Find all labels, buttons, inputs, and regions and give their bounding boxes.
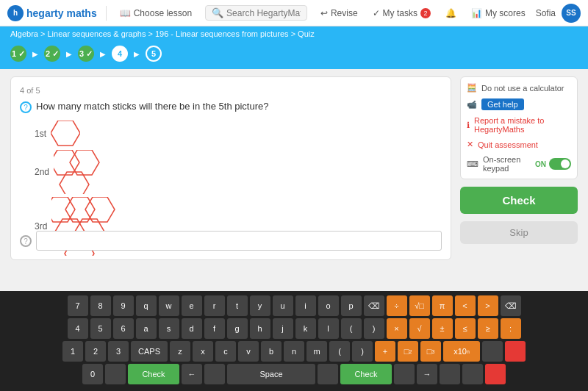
key-i[interactable]: i [295,295,316,316]
key-sqrt-box[interactable]: √□ [409,295,430,316]
key-s[interactable]: s [159,318,179,339]
search-box[interactable]: 🔍 [205,5,307,21]
key-l[interactable]: l [318,318,339,339]
key-plusminus[interactable]: ± [432,318,453,339]
key-close-paren-3[interactable]: ) [352,341,373,362]
key-3[interactable]: 3 [108,341,129,362]
breadcrumb-linear-sequences[interactable]: Linear sequences & graphs [47,29,146,38]
get-help-item[interactable]: 📹 Get help [467,98,571,110]
breadcrumb-algebra[interactable]: Algebra [10,29,38,38]
key-space[interactable]: Space [227,364,315,384]
key-9[interactable]: 9 [113,295,134,316]
key-divide[interactable]: ÷ [387,295,407,316]
answer-input[interactable] [36,231,442,251]
key-q[interactable]: q [136,295,157,316]
step-2[interactable]: 2 ✓ [44,46,60,62]
toggle-container[interactable]: ON [535,158,571,170]
my-tasks-label: My tasks [383,8,417,18]
step-5[interactable]: 5 [146,46,162,62]
step-1[interactable]: 1 ✓ [10,46,26,62]
key-square[interactable]: □2 [398,341,418,362]
key-1[interactable]: 1 [62,341,83,362]
key-c[interactable]: c [215,341,236,362]
key-check-left[interactable]: Check [128,364,179,384]
key-x[interactable]: x [193,341,213,362]
key-z[interactable]: z [170,341,190,362]
key-v[interactable]: v [238,341,259,362]
key-m[interactable]: m [306,341,327,362]
key-cube[interactable]: □3 [420,341,441,362]
key-left-arrow[interactable]: ← [182,364,202,384]
check-button[interactable]: Check [460,187,578,214]
key-5[interactable]: 5 [90,318,111,339]
key-b[interactable]: b [261,341,282,362]
key-r[interactable]: r [204,295,225,316]
key-6[interactable]: 6 [113,318,134,339]
report-item[interactable]: ℹ Report a mistake to HegartyMaths [467,116,571,134]
notification-button[interactable]: 🔔 [441,7,461,20]
key-f[interactable]: f [204,318,225,339]
step-4[interactable]: 4 [112,46,128,62]
key-a[interactable]: a [136,318,157,339]
quit-link[interactable]: Quit assessment [478,140,538,149]
logo-icon: h [7,5,24,21]
key-k[interactable]: k [295,318,316,339]
key-red-r3[interactable] [505,341,526,362]
key-close-paren-2[interactable]: ) [364,318,384,339]
key-plus[interactable]: + [375,341,395,362]
key-4[interactable]: 4 [68,318,88,339]
key-t[interactable]: t [227,295,248,316]
on-screen-keyboard: 7 8 9 q w e r t y u i o p ⌫ ÷ √□ π < > ⌫… [0,291,588,391]
key-less-than[interactable]: < [455,295,476,316]
key-j[interactable]: j [273,318,293,339]
key-red-r4[interactable] [485,364,506,384]
key-0[interactable]: 0 [82,364,103,384]
key-u[interactable]: u [273,295,293,316]
key-sqrt[interactable]: √ [409,318,430,339]
key-backspace-2[interactable]: ⌫ [501,295,521,316]
key-h[interactable]: h [250,318,270,339]
choose-lesson-button[interactable]: 📖 Choose lesson [115,7,196,20]
step-3[interactable]: 3 ✓ [78,46,94,62]
key-right-arrow[interactable]: → [417,364,437,384]
key-7[interactable]: 7 [68,295,88,316]
info-icon: ℹ [467,121,470,130]
key-geq[interactable]: ≥ [478,318,498,339]
key-2[interactable]: 2 [85,341,106,362]
key-g[interactable]: g [227,318,248,339]
breadcrumb-196[interactable]: 196 - Linear sequences from pictures [155,29,289,38]
key-backspace-1[interactable]: ⌫ [364,295,384,316]
get-help-button[interactable]: Get help [481,98,524,110]
key-greater-than[interactable]: > [478,295,498,316]
search-input[interactable] [226,8,301,18]
key-n[interactable]: n [284,341,304,362]
quit-item[interactable]: ✕ Quit assessment [467,140,571,149]
my-scores-button[interactable]: 📊 My scores [467,7,530,20]
step-arrow-1: ▶ [32,50,38,58]
key-d[interactable]: d [182,318,202,339]
key-w[interactable]: w [159,295,179,316]
key-pi[interactable]: π [432,295,453,316]
key-x10n[interactable]: x10n [443,341,480,362]
key-open-paren-2[interactable]: ( [341,318,362,339]
caps-key[interactable]: CAPS [131,341,168,362]
key-o[interactable]: o [318,295,339,316]
key-multiply[interactable]: × [387,318,407,339]
my-tasks-button[interactable]: ✓ My tasks 2 [368,7,435,20]
logo[interactable]: h hegarty maths [7,5,97,21]
avatar[interactable]: SS [562,4,581,23]
step-arrow-4: ▶ [134,50,140,58]
key-open-paren-3[interactable]: ( [329,341,350,362]
key-e[interactable]: e [182,295,202,316]
key-colon[interactable]: : [501,318,521,339]
step-arrow-2: ▶ [66,50,72,58]
key-leq[interactable]: ≤ [455,318,476,339]
key-8[interactable]: 8 [90,295,111,316]
key-check-right[interactable]: Check [340,364,392,384]
report-link[interactable]: Report a mistake to HegartyMaths [474,116,571,134]
key-y[interactable]: y [250,295,270,316]
skip-button[interactable]: Skip [460,221,578,244]
key-p[interactable]: p [341,295,362,316]
keypad-toggle[interactable] [549,158,571,170]
revise-button[interactable]: ↩ Revise [316,7,362,20]
